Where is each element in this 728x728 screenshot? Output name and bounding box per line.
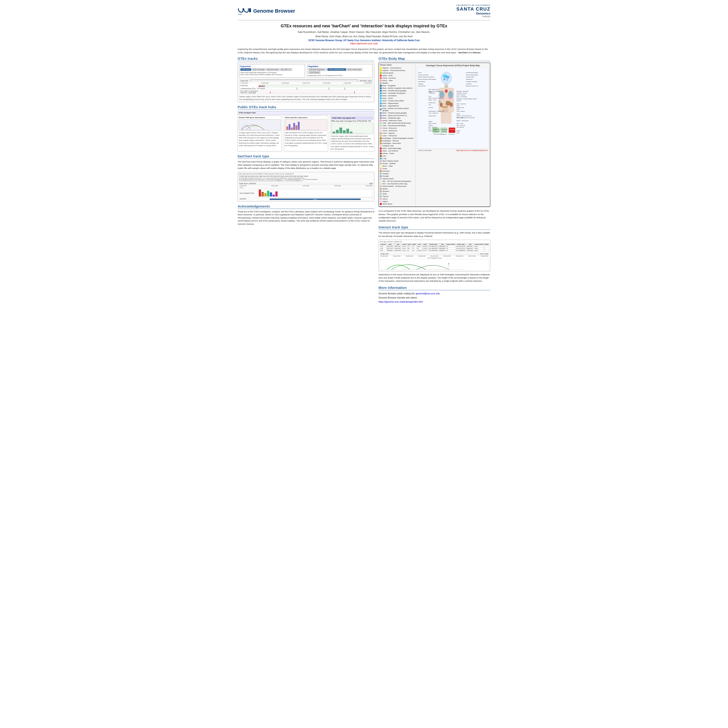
apl-gnf-button[interactable]: APL GNF 111 [280, 68, 292, 71]
tutorials-url[interactable]: https://genome.ucsc.edu/training/index.h… [378, 301, 423, 303]
svg-rect-12 [291, 127, 293, 130]
svg-text:Caudate (basal ganglia): Caudate (basal ganglia) [466, 72, 478, 73]
tissue-item-brain-cerebellum: Brain - Cerebellum [380, 95, 414, 97]
tissue-item-thyroid: Thyroid [380, 195, 414, 197]
tissue-item-lung: Lung [380, 158, 414, 159]
authors-line2: Brian Raney, John Vivian, Brian Lee, Ann… [238, 35, 490, 38]
svg-text:Uterus: Uterus [457, 105, 460, 106]
hub-snp-title: Distant SNP-gene interactions [239, 116, 281, 119]
tissue-item-brain-cortex: Brain - Cortex [380, 97, 414, 99]
tissue-item-whole-blood: Whole Blood [380, 203, 414, 205]
encode-button[interactable]: ENCODE Regulation... [308, 68, 327, 71]
hub-snp-viz [239, 119, 281, 131]
svg-text:Cervix - Endocervix: Cervix - Endocervix [428, 113, 439, 114]
interact-desc: The interact track type was designed to … [378, 231, 490, 238]
paper-url[interactable]: https://genome.ucsc.edu [238, 42, 490, 45]
svg-text:Fallopian Tube: Fallopian Tube [457, 107, 464, 108]
ack-title: Acknowledgements [238, 204, 374, 209]
santa-cruz-text: SANTA CRUZ [456, 6, 490, 12]
svg-text:Skin - Suprapubic (Not sun exp: Skin - Suprapubic (Not sun exposed) [457, 118, 475, 119]
gtex-transcript-button[interactable]: GTEx Transcript [252, 68, 266, 71]
svg-text:Colon - Transverse: Colon - Transverse [457, 103, 466, 104]
svg-text:Hippocampus: Hippocampus [466, 79, 473, 80]
svg-point-51 [445, 86, 448, 87]
ucsc-logo-icon: UCSC [238, 6, 251, 15]
ucsc-logo: UCSC Genome Browser [238, 6, 295, 15]
combined-eqtl-label: Combined Expr QTLs - 44 Tissues [240, 88, 265, 89]
gtex-tissue-eqtl-button[interactable]: GTEx Tissue eQTL [347, 68, 362, 71]
svg-text:Breast - Mammary Tissue: Breast - Mammary Tissue [428, 98, 442, 99]
cd34-button[interactable]: CD34 DNasel [308, 71, 321, 74]
barchart-hg: hg38 [369, 183, 373, 184]
svg-text:(Sun exposed): (Sun exposed) [457, 127, 464, 128]
tissue-item-brain-nucleus: Brain - Nucleus accumbens (basal ganglia… [380, 107, 414, 112]
hub-ase-caption: ASE annotation from GTEx analysts at the… [285, 132, 327, 147]
svg-point-60 [441, 97, 444, 99]
rnaseq-hub-label: GTEx RNA-seq Signal Hub [331, 116, 373, 119]
artery-track: RP1-257A7.5 | arteryTibialPHACTR1 | arte… [239, 90, 373, 94]
interact-format-label: track type=interact visibility=full [379, 241, 489, 242]
svg-point-116 [448, 263, 449, 264]
svg-rect-99 [449, 128, 455, 133]
dicer1-data: DICER1 [258, 198, 372, 200]
tissue-item-brain-hippo: Brain - Hippocampus [380, 102, 414, 104]
svg-text:Salivary Gland: Salivary Gland [428, 116, 436, 117]
page-wrapper: UCSC Genome Browser UNIVERSITY OF CALIFO… [238, 4, 490, 304]
mailing-email[interactable]: genome@soe.ucsc.edu [416, 292, 440, 295]
tissue-item-adipose-sub: Adipose - Subcutaneous [380, 67, 414, 69]
expression-buttons: GTEx Gene GTEx Transcript Affy Exon Arra… [240, 68, 304, 71]
svg-text:Spinal cord (cervical c-1): Spinal cord (cervical c-1) [466, 86, 478, 87]
svg-rect-11 [289, 124, 291, 130]
tissue-item-brain-spinal: Brain - Spinal cord (cervical c-1) [380, 115, 414, 116]
barchart-positions: 9,510,000 9,511,000 9,512,000 9,513,000 … [239, 185, 373, 187]
svg-text:Transformed: Transformed [441, 134, 447, 135]
svg-text:Lung: Lung [428, 96, 431, 97]
svg-text:Left Ventricle: Left Ventricle [428, 93, 435, 94]
svg-text:Nerve - Tibial: Nerve - Tibial [457, 123, 463, 124]
hub-ase-panel: Allele-specific expression ASE annota [284, 115, 328, 151]
tissue-item-prostate: Prostate [380, 175, 414, 177]
svg-text:Scin - Lower Leg: Scin - Lower Leg [428, 129, 437, 130]
svg-rect-14 [295, 125, 297, 130]
interact-desc2: Interactions on the same chromosome are … [378, 273, 490, 283]
svg-text:Prostate: Prostate [428, 125, 433, 126]
user-track-data [258, 189, 372, 197]
svg-rect-21 [346, 129, 349, 133]
svg-text:Stomach: Stomach [457, 100, 461, 101]
combined-eqtl-track: Combined Expr QTLs - 44 Tissues [239, 87, 373, 90]
artery-label: RP1-257A7.5 | arteryTibialPHACTR1 | arte… [240, 90, 259, 93]
svg-rect-22 [350, 132, 353, 133]
interact-viz-box: track type=interact visibility=full # ch… [378, 240, 490, 272]
svg-point-43 [446, 76, 450, 79]
tissue-item-brain-cerebhemi: Brain - Cerebellar Hemisphere [380, 92, 414, 94]
interact-positions: 99,800,000 99,810,000 99,820,000 99,830,… [379, 255, 489, 257]
svg-text:Whole Blood: Whole Blood [449, 134, 455, 135]
header: UCSC Genome Browser UNIVERSITY OF CALIFO… [238, 4, 490, 20]
affy-exon-button[interactable]: Affy Exon Array [266, 68, 280, 71]
hg-label: hg19 [368, 80, 372, 81]
expression-panel-title: Expression [240, 65, 304, 67]
user-supplied-track: User Supplied Track [239, 189, 373, 197]
svg-text:Heart - Atrial Appendage: Heart - Atrial Appendage [428, 91, 441, 92]
expression-panel: Expression GTEx Gene GTEx Transcript Aff… [239, 64, 305, 78]
tissue-item-brain-putamen: Brain - Putamen (basal ganglia) [380, 112, 414, 114]
tissue-item-brain-amyg: Brain - Amygdala [380, 84, 414, 87]
tissue-item-muscle: Muscle - Skeletal [380, 162, 414, 165]
user-track-label: User Supplied Track [240, 192, 258, 194]
more-info-title: More information [378, 286, 490, 290]
barchart-bp-label: 2 kb [239, 187, 373, 189]
tissue-item-breast: Breast - Mammary Tissue [380, 119, 414, 122]
gtex-gene-button[interactable]: GTEx Gene [240, 68, 251, 71]
body-map-credits: Credit: jwestdesign https://genome.ucsc.… [417, 149, 489, 151]
snp-interaction-svg [239, 119, 281, 131]
tissue-item-esoph-gastro: Esophagus - Gastroesophageal Junction [380, 137, 414, 139]
gtex-combined-eqtl-button[interactable]: GTEx Combined eQTL [327, 68, 346, 71]
tissue-colors-panel: Tissue colors Adipose - Subcutaneous Adi… [379, 63, 416, 206]
svg-rect-20 [343, 130, 346, 133]
svg-rect-18 [336, 130, 339, 133]
right-column: GTEx Body Map Tissue colors Adipose - Su… [378, 57, 490, 304]
body-map-map-title: Genotype Tissue Expression (GTEx) Projec… [417, 64, 489, 67]
left-column: GTEx tracks Expression GTEx Gene GTEx Tr… [238, 57, 374, 304]
scale-bar: Scale chr6: 200 bases hg19 [239, 79, 373, 82]
body-map-url[interactable]: https://genome.ucsc.edu/gtexBodyMap.html [456, 150, 488, 151]
